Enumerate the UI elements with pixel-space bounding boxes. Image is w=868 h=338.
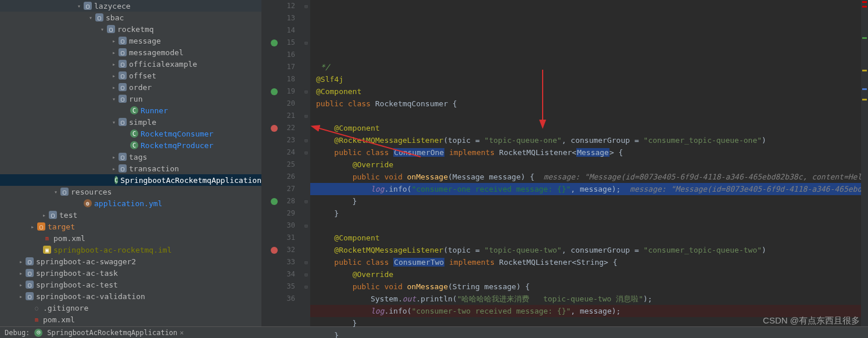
tree-item-springbootacrocketmqapplication[interactable]: CSpringbootAcRocketmqApplication [0, 174, 261, 186]
fold-handle[interactable]: ⊟ [302, 37, 310, 49]
chevron-icon[interactable]: ▸ [110, 166, 117, 172]
gutter-line[interactable]: 22 [261, 122, 299, 134]
chevron-icon[interactable]: ▾ [110, 96, 117, 102]
code-line[interactable]: public void onMessage(String message) { [310, 281, 868, 293]
code-line[interactable]: */ [310, 61, 868, 73]
run-gutter-icon[interactable] [271, 198, 278, 205]
code-line[interactable] [310, 220, 868, 232]
tree-item-rocketmq[interactable]: ▾▢rocketmq [0, 23, 261, 35]
gutter-line[interactable]: 36 [261, 293, 299, 305]
code-line[interactable]: } [310, 329, 868, 338]
code-line[interactable]: } [310, 195, 868, 207]
tree-item-application-yml[interactable]: ⚙application.yml [0, 197, 261, 209]
chevron-icon[interactable]: ▸ [17, 282, 24, 288]
gutter-line[interactable]: 13 [261, 12, 299, 24]
tree-item-pom-xml[interactable]: mpom.xml [0, 314, 261, 325]
gutter-line[interactable]: 17 [261, 61, 299, 73]
tree-item-runner[interactable]: CRunner [0, 105, 261, 116]
gutter-line[interactable]: 20 [261, 98, 299, 110]
tree-item-target[interactable]: ▸▢target [0, 221, 261, 232]
tree-item-springboot-ac-test[interactable]: ▸▢springboot-ac-test [0, 279, 261, 290]
chevron-icon[interactable]: ▸ [110, 38, 117, 44]
gutter-line[interactable]: 18 [261, 73, 299, 85]
tree-item-springboot-ac-validation[interactable]: ▸▢springboot-ac-validation [0, 290, 261, 302]
gutter-line[interactable]: 31 [261, 232, 299, 244]
stripe-marker[interactable] [862, 70, 867, 71]
debug-session-tab[interactable]: ⌾ SpringbootAcRocketmqApplication × [30, 329, 187, 337]
stripe-marker[interactable] [862, 6, 867, 8]
run-gutter-icon[interactable] [271, 88, 278, 95]
fold-handle[interactable]: ⊟ [302, 256, 310, 268]
tree-item--gitignore[interactable]: ◌.gitignore [0, 302, 261, 314]
gutter-line[interactable]: 35 [261, 281, 299, 293]
code-line[interactable]: @RocketMQMessageListener(topic = "topic-… [310, 244, 868, 256]
fold-handle[interactable]: ⊟ [302, 85, 310, 98]
gutter-line[interactable]: 14 [261, 24, 299, 37]
gutter-line[interactable]: 21 [261, 110, 299, 122]
chevron-icon[interactable]: ▸ [17, 293, 24, 300]
scroll-stripe[interactable] [861, 0, 868, 326]
gutter-line[interactable]: 12 [261, 0, 299, 12]
code-area[interactable]: */@Slf4j@Componentpublic class RocketmqC… [310, 0, 868, 326]
gutter-line[interactable]: 29 [261, 207, 299, 220]
code-line[interactable]: @Component [310, 85, 868, 98]
code-line[interactable]: @Component [310, 122, 868, 134]
tree-item-rocketmqproducer[interactable]: CRocketmqProducer [0, 139, 261, 151]
tree-item-tags[interactable]: ▸▢tags [0, 151, 261, 163]
fold-handle[interactable]: ⊟ [302, 195, 310, 207]
chevron-icon[interactable]: ▾ [99, 26, 106, 33]
stripe-marker[interactable] [862, 37, 867, 39]
gutter-line[interactable]: 32 [261, 244, 299, 256]
fold-handle[interactable]: ⊟ [302, 268, 310, 281]
tree-item-readme-md[interactable]: ▤README.md [0, 325, 261, 326]
tree-item-transaction[interactable]: ▸▢transaction [0, 163, 261, 174]
chevron-icon[interactable]: ▸ [110, 73, 117, 79]
code-line[interactable]: System.out.println("哈哈哈哈我进来消费 topic-queu… [310, 293, 868, 305]
fold-column[interactable]: ⊟⊟⊟⊟⊟⊟⊟⊟⊟⊟⊟ [302, 0, 310, 326]
chevron-icon[interactable]: ▸ [110, 154, 117, 160]
chevron-icon[interactable]: ▾ [76, 3, 83, 9]
gutter-line[interactable]: 16 [261, 49, 299, 61]
gutter-line[interactable]: 30 [261, 220, 299, 232]
fold-handle[interactable]: ⊟ [302, 134, 310, 146]
chevron-icon[interactable]: ▸ [41, 212, 48, 218]
fold-handle[interactable]: ⊟ [302, 110, 310, 122]
gutter-line[interactable]: 19 [261, 85, 299, 98]
code-line[interactable]: public class RocketmqConsumer { [310, 98, 868, 110]
chevron-icon[interactable]: ▸ [110, 49, 117, 56]
gutter-line[interactable]: 26 [261, 171, 299, 183]
tree-item-springboot-ac-swagger2[interactable]: ▸▢springboot-ac-swagger2 [0, 256, 261, 267]
project-tree[interactable]: ▾▢lazycece▾▢sbac▾▢rocketmq▸▢message▸▢mes… [0, 0, 261, 326]
chevron-icon[interactable]: ▾ [52, 189, 59, 195]
stripe-marker[interactable] [862, 1, 867, 3]
code-line[interactable]: @Override [310, 268, 868, 281]
tree-item-offset[interactable]: ▸▢offset [0, 70, 261, 81]
gutter-line[interactable]: 25 [261, 159, 299, 171]
chevron-icon[interactable]: ▸ [29, 224, 36, 230]
chevron-icon[interactable]: ▾ [110, 119, 117, 125]
tree-item-sbac[interactable]: ▾▢sbac [0, 12, 261, 23]
code-line[interactable] [310, 110, 868, 122]
tree-item-springboot-ac-rocketmq-iml[interactable]: ▣springboot-ac-rocketmq.iml [0, 244, 261, 256]
breakpoint-icon[interactable] [271, 125, 278, 132]
tree-item-order[interactable]: ▸▢order [0, 81, 261, 93]
code-line[interactable]: @Slf4j [310, 73, 868, 85]
code-line[interactable]: log.info("consumer-one received message:… [310, 183, 868, 195]
tree-item-run[interactable]: ▾▢run [0, 93, 261, 105]
tree-item-officialexample[interactable]: ▸▢officialexample [0, 58, 261, 70]
tree-item-pom-xml[interactable]: mpom.xml [0, 232, 261, 244]
tree-item-springboot-ac-task[interactable]: ▸▢springboot-ac-task [0, 267, 261, 279]
fold-handle[interactable]: ⊟ [302, 0, 310, 12]
stripe-marker[interactable] [862, 88, 867, 90]
tree-item-rocketmqconsumer[interactable]: CRocketmqConsumer [0, 128, 261, 139]
code-line[interactable]: public void onMessage(Message message) {… [310, 171, 868, 183]
gutter-line[interactable]: 23 [261, 134, 299, 146]
gutter-line[interactable]: 27 [261, 183, 299, 195]
tree-item-lazycece[interactable]: ▾▢lazycece [0, 0, 261, 12]
close-icon[interactable]: × [180, 329, 184, 337]
stripe-marker[interactable] [862, 99, 867, 100]
chevron-icon[interactable]: ▾ [87, 15, 94, 21]
breakpoint-icon[interactable] [271, 247, 278, 254]
editor-gutter[interactable]: 1213141516171819202122232425262728293031… [261, 0, 302, 326]
fold-handle[interactable]: ⊟ [302, 146, 310, 159]
